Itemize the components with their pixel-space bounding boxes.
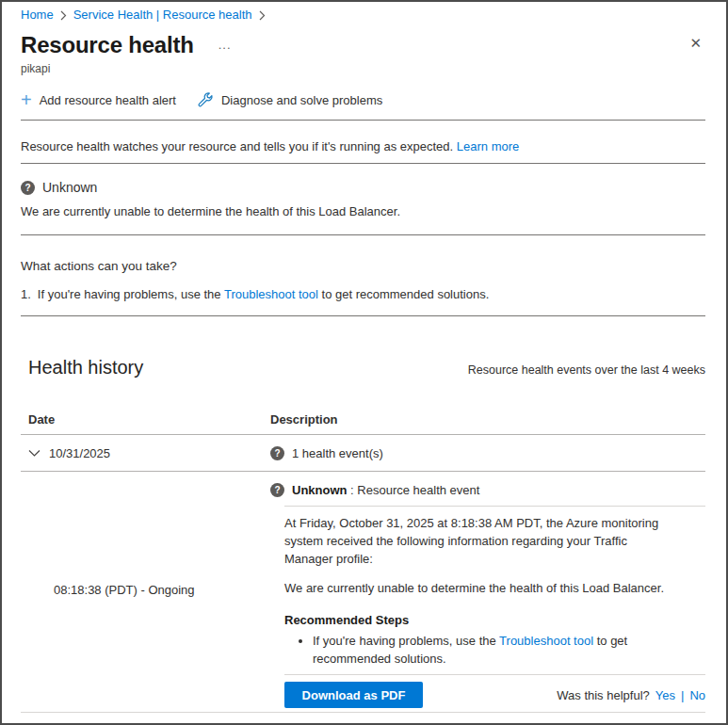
divider	[284, 506, 705, 507]
health-history-subtitle: Resource health events over the last 4 w…	[468, 363, 705, 377]
wrench-icon	[197, 91, 214, 108]
recommended-steps-list: If you're having problems, use the Troub…	[284, 632, 705, 668]
table-row-event: 08:18:38 (PDT) - Ongoing ? Unknown : Res…	[21, 472, 705, 708]
event-status-line: ? Unknown : Resource health event	[270, 472, 705, 497]
intro-sentence: Resource health watches your resource an…	[21, 139, 457, 153]
learn-more-link[interactable]: Learn more	[457, 139, 519, 153]
action-text: If you're having problems, use the Troub…	[38, 287, 489, 301]
event-detail-paragraph: We are currently unable to determine the…	[284, 579, 669, 597]
column-header-description: Description	[270, 412, 705, 427]
unknown-status-icon: ?	[270, 446, 284, 460]
action-number: 1.	[21, 287, 31, 301]
breadcrumb-home-link[interactable]: Home	[21, 8, 54, 22]
diagnose-and-solve-button[interactable]: Diagnose and solve problems	[197, 91, 382, 108]
feedback-yes-link[interactable]: Yes	[655, 688, 675, 702]
unknown-status-icon: ?	[21, 181, 35, 195]
health-status: ? Unknown	[21, 180, 705, 195]
divider	[21, 163, 705, 164]
plus-icon: +	[21, 91, 32, 108]
table-row-group[interactable]: 10/31/2025 ? 1 health event(s)	[21, 435, 705, 471]
status-message: We are currently unable to determine the…	[21, 204, 705, 218]
event-time: 08:18:38 (PDT) - Ongoing	[21, 472, 270, 708]
resource-health-blade: Home Service Health | Resource health Re…	[0, 0, 728, 725]
recommended-steps-heading: Recommended Steps	[284, 613, 705, 627]
diagnose-label: Diagnose and solve problems	[221, 93, 382, 107]
group-summary: 1 health event(s)	[292, 446, 383, 460]
column-header-date: Date	[21, 412, 270, 427]
download-as-pdf-button[interactable]: Download as PDF	[284, 682, 423, 708]
add-alert-label: Add resource health alert	[40, 93, 176, 107]
command-bar: + Add resource health alert Diagnose and…	[21, 88, 705, 112]
divider	[284, 674, 705, 675]
blade-header: Resource health ...	[21, 32, 705, 58]
divider	[21, 120, 705, 121]
resource-name: pikapi	[21, 62, 705, 75]
intro-text: Resource health watches your resource an…	[21, 139, 705, 154]
close-icon[interactable]: ✕	[689, 36, 702, 50]
table-header-row: Date Description	[21, 412, 705, 427]
breadcrumb: Home Service Health | Resource health	[21, 2, 705, 22]
unknown-status-icon: ?	[270, 483, 284, 497]
feedback-prompt: Was this helpful? Yes | No	[557, 688, 705, 702]
action-item: 1. If you're having problems, use the Tr…	[21, 287, 705, 301]
feedback-separator: |	[681, 688, 684, 702]
chevron-down-icon[interactable]	[28, 449, 40, 458]
group-date: 10/31/2025	[49, 446, 110, 460]
more-options-button[interactable]: ...	[218, 40, 232, 50]
divider	[21, 315, 705, 316]
breadcrumb-service-health-link[interactable]: Service Health | Resource health	[73, 8, 252, 22]
troubleshoot-tool-link[interactable]: Troubleshoot tool	[224, 287, 318, 301]
helpful-label: Was this helpful?	[557, 688, 650, 702]
divider	[21, 234, 705, 235]
page-title: Resource health	[21, 32, 194, 58]
recommended-step-item: If you're having problems, use the Troub…	[313, 632, 644, 668]
divider	[21, 712, 705, 713]
feedback-no-link[interactable]: No	[689, 688, 705, 702]
event-detail-paragraph: At Friday, October 31, 2025 at 8:18:38 A…	[284, 514, 669, 568]
chevron-right-icon	[60, 10, 67, 21]
add-resource-health-alert-button[interactable]: + Add resource health alert	[21, 91, 176, 108]
actions-heading: What actions can you take?	[21, 259, 705, 273]
health-history-title: Health history	[28, 357, 143, 379]
chevron-right-icon	[259, 10, 266, 21]
status-label: Unknown	[42, 180, 97, 195]
troubleshoot-tool-link[interactable]: Troubleshoot tool	[499, 634, 593, 648]
health-history-header: Health history Resource health events ov…	[21, 357, 705, 379]
